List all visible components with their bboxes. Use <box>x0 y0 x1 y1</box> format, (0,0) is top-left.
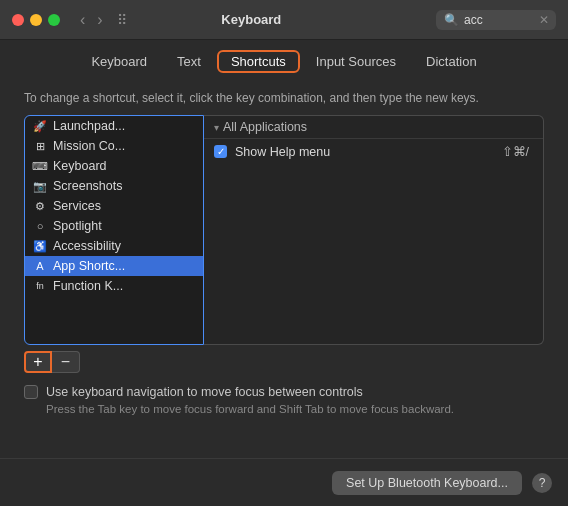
sidebar-item-accessibility[interactable]: ♿ Accessibility <box>25 236 203 256</box>
sidebar-item-app-shortcuts[interactable]: A App Shortc... <box>25 256 203 276</box>
sidebar-label: Launchpad... <box>53 119 125 133</box>
keyboard-nav-checkbox[interactable] <box>24 385 38 399</box>
sidebar: 🚀 Launchpad... ⊞ Mission Co... ⌨ Keyboar… <box>24 115 204 345</box>
plus-minus-row: + − <box>24 351 544 373</box>
footer: Set Up Bluetooth Keyboard... ? <box>0 458 568 506</box>
services-icon: ⚙ <box>33 199 47 213</box>
accessibility-icon: ♿ <box>33 239 47 253</box>
sidebar-label: Mission Co... <box>53 139 125 153</box>
sidebar-item-screenshots[interactable]: 📷 Screenshots <box>25 176 203 196</box>
tab-input-sources[interactable]: Input Sources <box>302 50 410 73</box>
remove-shortcut-button[interactable]: − <box>52 351 80 373</box>
close-button[interactable] <box>12 14 24 26</box>
search-clear-icon[interactable]: ✕ <box>539 13 549 27</box>
sidebar-label: Services <box>53 199 101 213</box>
content-area: To change a shortcut, select it, click t… <box>0 81 568 373</box>
bottom-section: Use keyboard navigation to move focus be… <box>0 373 568 415</box>
add-shortcut-button[interactable]: + <box>24 351 52 373</box>
right-panel: ▾ All Applications ✓ Show Help menu ⇧⌘/ <box>204 115 544 345</box>
launchpad-icon: 🚀 <box>33 119 47 133</box>
screenshots-icon: 📷 <box>33 179 47 193</box>
keyboard-icon: ⌨ <box>33 159 47 173</box>
sidebar-label: Keyboard <box>53 159 107 173</box>
shortcut-row[interactable]: ✓ Show Help menu ⇧⌘/ <box>204 139 543 164</box>
zoom-button[interactable] <box>48 14 60 26</box>
sidebar-label: Spotlight <box>53 219 102 233</box>
sidebar-label: Function K... <box>53 279 123 293</box>
app-shortcuts-icon: A <box>33 259 47 273</box>
minimize-button[interactable] <box>30 14 42 26</box>
shortcut-keys: ⇧⌘/ <box>502 144 529 159</box>
search-bar: 🔍 ✕ <box>436 10 556 30</box>
sidebar-item-launchpad[interactable]: 🚀 Launchpad... <box>25 116 203 136</box>
sidebar-item-services[interactable]: ⚙ Services <box>25 196 203 216</box>
keyboard-nav-label: Use keyboard navigation to move focus be… <box>46 385 363 399</box>
sidebar-item-spotlight[interactable]: ○ Spotlight <box>25 216 203 236</box>
shortcut-checkbox[interactable]: ✓ <box>214 145 227 158</box>
mission-icon: ⊞ <box>33 139 47 153</box>
main-panel: 🚀 Launchpad... ⊞ Mission Co... ⌨ Keyboar… <box>24 115 544 345</box>
sidebar-label: Screenshots <box>53 179 122 193</box>
tab-shortcuts[interactable]: Shortcuts <box>217 50 300 73</box>
tab-text[interactable]: Text <box>163 50 215 73</box>
keyboard-nav-row: Use keyboard navigation to move focus be… <box>24 385 544 399</box>
tab-dictation[interactable]: Dictation <box>412 50 491 73</box>
check-icon: ✓ <box>217 146 225 157</box>
sidebar-item-keyboard[interactable]: ⌨ Keyboard <box>25 156 203 176</box>
titlebar: ‹ › ⠿ Keyboard 🔍 ✕ <box>0 0 568 40</box>
right-panel-header-label: All Applications <box>223 120 307 134</box>
window-title: Keyboard <box>75 12 428 27</box>
shortcut-name: Show Help menu <box>235 145 494 159</box>
right-panel-header: ▾ All Applications <box>204 116 543 139</box>
traffic-lights <box>12 14 60 26</box>
sidebar-item-function-keys[interactable]: fn Function K... <box>25 276 203 296</box>
tab-keyboard[interactable]: Keyboard <box>77 50 161 73</box>
chevron-down-icon: ▾ <box>214 122 219 133</box>
bluetooth-keyboard-button[interactable]: Set Up Bluetooth Keyboard... <box>332 471 522 495</box>
search-icon: 🔍 <box>444 13 459 27</box>
spotlight-icon: ○ <box>33 219 47 233</box>
tabs-bar: Keyboard Text Shortcuts Input Sources Di… <box>0 40 568 81</box>
function-keys-icon: fn <box>33 279 47 293</box>
help-button[interactable]: ? <box>532 473 552 493</box>
search-input[interactable] <box>464 13 534 27</box>
hint-text: To change a shortcut, select it, click t… <box>24 91 544 105</box>
sidebar-label: Accessibility <box>53 239 121 253</box>
keyboard-nav-help-text: Press the Tab key to move focus forward … <box>46 403 544 415</box>
sidebar-label: App Shortc... <box>53 259 125 273</box>
sidebar-item-mission[interactable]: ⊞ Mission Co... <box>25 136 203 156</box>
